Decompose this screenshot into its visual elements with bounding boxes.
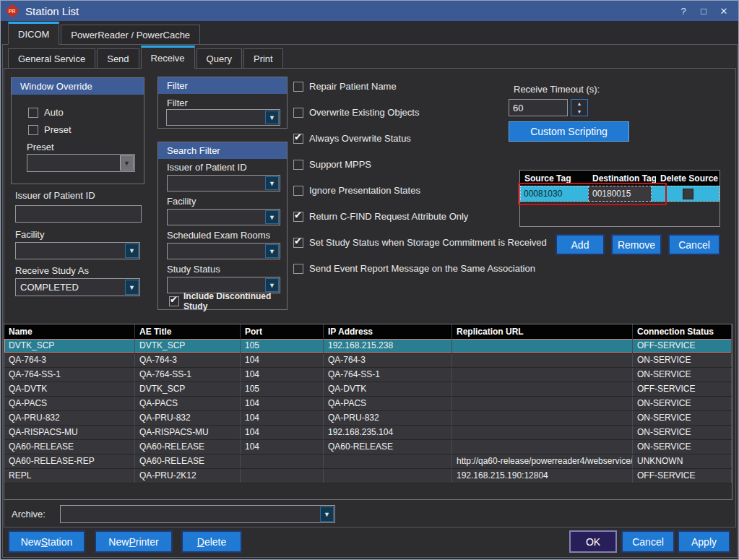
spin-down-icon[interactable]: ▼ bbox=[571, 108, 587, 116]
chevron-down-icon[interactable]: ▼ bbox=[125, 280, 139, 295]
chevron-down-icon[interactable]: ▼ bbox=[265, 176, 279, 190]
option-row[interactable]: Set Study Status when Storage Commitment… bbox=[293, 237, 547, 248]
tab-receive[interactable]: Receive bbox=[141, 46, 195, 69]
add-button[interactable]: Add bbox=[556, 234, 605, 255]
option-checkbox[interactable] bbox=[293, 82, 303, 92]
new-printer-button[interactable]: New Printer bbox=[95, 530, 173, 553]
column-header-connection-status[interactable]: Connection Status bbox=[633, 324, 732, 339]
option-checkbox[interactable] bbox=[293, 186, 303, 196]
remove-button[interactable]: Remove bbox=[611, 234, 662, 255]
column-header-name[interactable]: Name bbox=[4, 324, 135, 339]
table-row[interactable]: QA-RISPACS-MUQA-RISPACS-MU104192.168.235… bbox=[4, 426, 732, 440]
column-header-replication-url[interactable]: Replication URL bbox=[452, 324, 633, 339]
issuer-of-patient-id-input[interactable] bbox=[15, 205, 142, 223]
auto-checkbox[interactable] bbox=[28, 108, 38, 118]
option-checkbox[interactable] bbox=[293, 134, 303, 144]
table-row[interactable]: QA-DVTKDVTK_SCP105QA-DVTKOFF-SERVICE bbox=[4, 382, 732, 397]
chevron-down-icon[interactable]: ▼ bbox=[265, 210, 279, 224]
tag-mapping-row[interactable]: 00081030 00180015 bbox=[520, 186, 719, 202]
table-cell: OFF-SERVICE bbox=[633, 469, 732, 483]
table-cell bbox=[241, 469, 324, 483]
filter-group: Filter Filter ▼ bbox=[157, 77, 288, 129]
option-checkbox[interactable] bbox=[293, 238, 303, 248]
tab-send[interactable]: Send bbox=[97, 48, 139, 69]
column-header-ae-title[interactable]: AE Title bbox=[135, 324, 241, 339]
maximize-icon[interactable]: □ bbox=[695, 3, 712, 19]
table-cell: 105 bbox=[241, 339, 324, 353]
ok-button[interactable]: OK bbox=[569, 530, 617, 553]
table-cell: OFF-SERVICE bbox=[633, 382, 732, 396]
preset-checkbox-label: Preset bbox=[44, 124, 72, 135]
option-row[interactable]: Support MPPS bbox=[293, 159, 547, 170]
table-row[interactable]: QA-PACSQA-PACS104QA-PACSON-SERVICE bbox=[4, 397, 732, 411]
tab-general-service[interactable]: General Service bbox=[8, 48, 95, 69]
table-row[interactable]: REPLQA-PRU-2K12192.168.215.190:12804OFF-… bbox=[4, 469, 732, 483]
table-row[interactable]: QA-PRU-832QA-PRU-832104QA-PRU-832ON-SERV… bbox=[4, 411, 732, 426]
archive-dropdown[interactable]: ▼ bbox=[60, 505, 335, 523]
chevron-down-icon[interactable]: ▼ bbox=[320, 507, 334, 522]
tab-query[interactable]: Query bbox=[196, 48, 242, 69]
facility-dropdown[interactable]: ▼ bbox=[15, 242, 140, 259]
preset-checkbox[interactable] bbox=[28, 125, 38, 135]
option-row[interactable]: Send Event Report Message on the Same As… bbox=[293, 263, 547, 274]
tab-dicom[interactable]: DICOM bbox=[8, 22, 59, 45]
receive-timeout-input[interactable] bbox=[509, 99, 568, 116]
include-discontinued-checkbox[interactable] bbox=[169, 296, 179, 306]
search-filter-field: Facility▼ bbox=[167, 196, 282, 225]
column-header-ip-address[interactable]: IP Address bbox=[324, 324, 452, 339]
field-dropdown[interactable]: ▼ bbox=[167, 175, 280, 191]
spin-up-icon[interactable]: ▲ bbox=[571, 100, 587, 108]
field-dropdown[interactable]: ▼ bbox=[167, 243, 280, 259]
delete-source-checkbox[interactable] bbox=[683, 189, 693, 199]
delete-button[interactable]: Delete bbox=[181, 530, 242, 553]
apply-button[interactable]: Apply bbox=[678, 530, 730, 553]
source-tag-cell[interactable]: 00081030 bbox=[520, 189, 588, 199]
cancel-tag-button[interactable]: Cancel bbox=[668, 234, 720, 255]
column-header-port[interactable]: Port bbox=[241, 324, 324, 339]
column-header-destination-tag[interactable]: Destination Tag bbox=[588, 173, 656, 184]
chevron-down-icon[interactable]: ▼ bbox=[265, 278, 279, 292]
new-station-button[interactable]: New Station bbox=[8, 530, 85, 553]
option-row[interactable]: Return C-FIND Request Attribute Only bbox=[293, 211, 547, 222]
column-header-delete-source[interactable]: Delete Source bbox=[656, 173, 719, 184]
chevron-down-icon[interactable]: ▼ bbox=[265, 111, 279, 124]
table-row[interactable]: QA60-RELEASE-REPQA60-RELEASEhttp://qa60-… bbox=[4, 455, 732, 469]
option-checkbox[interactable] bbox=[293, 108, 303, 118]
field-label: Issuer of Patient ID bbox=[167, 162, 282, 173]
filter-dropdown[interactable]: ▼ bbox=[166, 109, 280, 126]
table-row[interactable]: QA-764-SS-1QA-764-SS-1104QA-764-SS-1ON-S… bbox=[4, 368, 732, 382]
table-cell: ON-SERVICE bbox=[633, 411, 732, 425]
custom-scripting-button[interactable]: Custom Scripting bbox=[509, 121, 629, 142]
delete-source-cell[interactable] bbox=[656, 189, 719, 199]
include-discontinued-row[interactable]: Include Discontinued Study bbox=[169, 291, 287, 311]
column-header-source-tag[interactable]: Source Tag bbox=[520, 173, 588, 184]
option-row[interactable]: Repair Patient Name bbox=[293, 81, 547, 92]
table-cell: ON-SERVICE bbox=[633, 353, 732, 367]
table-cell: 192.168.215.238 bbox=[324, 339, 452, 353]
option-checkbox[interactable] bbox=[293, 264, 303, 274]
chevron-down-icon[interactable]: ▼ bbox=[265, 244, 279, 258]
destination-tag-cell[interactable]: 00180015 bbox=[588, 186, 652, 202]
title-bar[interactable]: PR Station List ? □ ✕ bbox=[1, 1, 738, 21]
table-cell bbox=[452, 426, 633, 439]
receive-study-as-dropdown[interactable]: COMPLETED ▼ bbox=[15, 278, 140, 296]
option-checkbox[interactable] bbox=[293, 160, 303, 170]
chevron-down-icon[interactable]: ▼ bbox=[120, 155, 134, 171]
preset-checkbox-row[interactable]: Preset bbox=[28, 124, 72, 135]
close-icon[interactable]: ✕ bbox=[715, 3, 732, 19]
table-cell: 104 bbox=[241, 426, 324, 439]
tab-print[interactable]: Print bbox=[243, 48, 283, 69]
option-checkbox[interactable] bbox=[293, 212, 303, 222]
table-row[interactable]: QA60-RELEASEQA60-RELEASE104QA60-RELEASEO… bbox=[4, 440, 732, 455]
help-icon[interactable]: ? bbox=[675, 3, 692, 19]
table-row[interactable]: QA-764-3QA-764-3104QA-764-3ON-SERVICE bbox=[4, 353, 732, 368]
field-dropdown[interactable]: ▼ bbox=[167, 209, 280, 225]
auto-checkbox-row[interactable]: Auto bbox=[28, 107, 64, 118]
preset-dropdown[interactable]: ▼ bbox=[27, 154, 135, 172]
option-row[interactable]: Ignore Presentation States bbox=[293, 185, 547, 196]
table-cell: DVTK_SCP bbox=[135, 339, 241, 353]
tab-powerreader-powercache[interactable]: PowerReader / PowerCache bbox=[61, 25, 200, 45]
chevron-down-icon[interactable]: ▼ bbox=[125, 244, 139, 258]
cancel-button[interactable]: Cancel bbox=[621, 530, 675, 553]
table-row[interactable]: DVTK_SCPDVTK_SCP105192.168.215.238OFF-SE… bbox=[4, 339, 732, 353]
